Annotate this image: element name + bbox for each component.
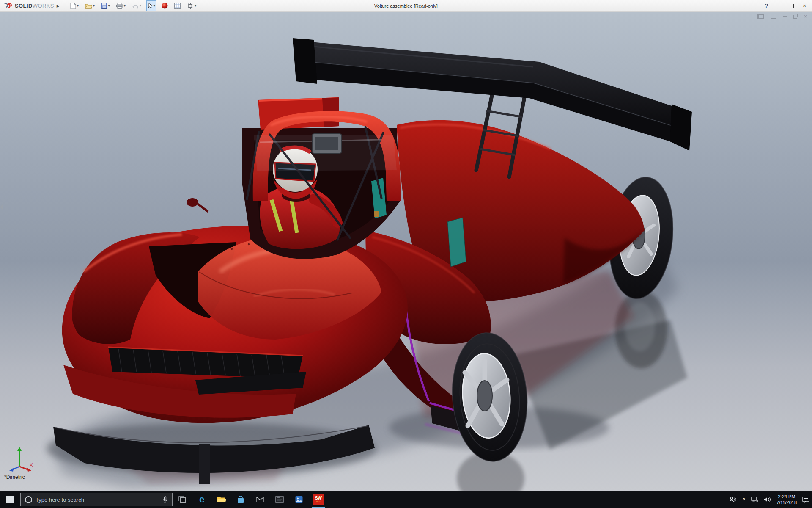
action-center-icon <box>802 497 809 503</box>
taskbar-file-explorer-button[interactable] <box>211 491 231 508</box>
minimize-button[interactable] <box>776 6 782 6</box>
search-placeholder: Type here to search <box>36 497 159 503</box>
document-restore-button[interactable] <box>793 15 797 19</box>
tray-overflow-chevron[interactable]: ^ <box>742 497 746 503</box>
photos-icon <box>295 496 303 503</box>
select-cursor-icon <box>148 3 153 9</box>
solidworks-wordmark: SOLIDWORKS <box>15 3 54 9</box>
solidworks-logo: SOLIDWORKS <box>0 3 54 9</box>
menu-flyout-arrow[interactable]: ▶ <box>57 4 60 8</box>
restore-icon <box>793 15 797 19</box>
dropdown-caret: ▾ <box>124 4 126 8</box>
screen: SOLIDWORKS ▶ ▾ ▾ ▾ <box>0 0 812 508</box>
save-icon <box>101 3 107 9</box>
pane-left-button[interactable] <box>757 14 764 19</box>
help-button[interactable]: ? <box>764 3 769 9</box>
triad-x-label: X <box>30 462 33 467</box>
windows-taskbar: Type here to search e <box>0 491 812 508</box>
close-button[interactable]: × <box>802 3 807 9</box>
people-icon <box>729 497 737 502</box>
minimize-icon <box>783 16 787 17</box>
dropdown-caret: ▾ <box>93 4 95 8</box>
network-button[interactable] <box>751 497 758 502</box>
undo-button[interactable]: ▾ <box>131 0 143 11</box>
mirror-box[interactable] <box>312 134 342 153</box>
undo-icon <box>132 3 139 9</box>
gear-icon <box>187 3 194 9</box>
solidworks-app-icon: SW 2017 <box>313 494 324 505</box>
microphone-icon[interactable] <box>162 496 168 503</box>
search-input[interactable]: Type here to search <box>20 493 173 506</box>
dropdown-caret: ▾ <box>140 4 141 8</box>
taskbar-app-dark-window-button[interactable] <box>270 491 289 508</box>
pane-left-icon <box>757 14 764 19</box>
open-document-button[interactable]: ▾ <box>84 0 96 11</box>
clock-time: 2:24 PM <box>778 494 795 500</box>
new-document-icon <box>70 3 76 9</box>
task-view-icon <box>178 496 187 503</box>
window-controls: ? × <box>764 3 812 9</box>
people-button[interactable] <box>729 497 737 502</box>
speaker-icon <box>764 497 771 502</box>
3ds-logo-icon <box>3 3 14 9</box>
windows-logo-icon <box>6 496 14 503</box>
appearance-ball-icon <box>162 3 168 9</box>
dropdown-caret: ▾ <box>77 4 79 8</box>
file-explorer-icon <box>217 497 225 502</box>
app-titlebar: SOLIDWORKS ▶ ▾ ▾ ▾ <box>0 0 812 12</box>
window-title: Voiture assemblee [Read-only] <box>374 3 438 8</box>
select-tool-button[interactable]: ▾ <box>146 0 156 11</box>
dropdown-caret: ▾ <box>195 4 196 8</box>
pane-bottom-button[interactable] <box>771 14 776 19</box>
table-icon <box>174 3 181 9</box>
restore-icon <box>790 4 794 8</box>
start-button[interactable] <box>0 491 19 508</box>
document-minimize-button[interactable] <box>783 16 787 17</box>
taskbar-mail-button[interactable] <box>250 491 270 508</box>
dark-window-icon <box>275 496 284 503</box>
document-close-button[interactable]: × <box>804 14 807 19</box>
action-center-button[interactable] <box>802 497 809 503</box>
system-tray: ^ 2:24 PM 7/11/2018 <box>729 491 812 508</box>
quick-access-toolbar: ▾ ▾ ▾ ▾ <box>69 0 198 11</box>
design-table-button[interactable] <box>173 0 182 11</box>
featuremanager-collapse-arrow[interactable] <box>0 204 3 210</box>
dropdown-caret: ▾ <box>108 4 110 8</box>
mail-envelope-icon <box>256 497 264 502</box>
taskbar-edge-button[interactable]: e <box>192 491 211 508</box>
store-bag-icon <box>237 496 244 503</box>
graphics-viewport[interactable]: × X *Dimetric <box>0 11 812 491</box>
3d-scene[interactable] <box>0 11 812 491</box>
taskbar-store-button[interactable] <box>231 491 250 508</box>
orientation-triad: X <box>4 445 36 472</box>
edge-icon: e <box>199 495 204 504</box>
clock-date: 7/11/2018 <box>776 500 797 505</box>
cortana-icon <box>25 496 32 503</box>
taskbar-app-photos-button[interactable] <box>289 491 309 508</box>
view-orientation-label: *Dimetric <box>4 474 25 480</box>
open-folder-icon <box>85 3 92 9</box>
appearance-button[interactable] <box>160 0 169 11</box>
maximize-button[interactable] <box>789 4 794 8</box>
document-window-controls: × <box>757 14 807 19</box>
volume-button[interactable] <box>764 497 771 502</box>
dropdown-caret: ▾ <box>154 4 155 8</box>
minimize-icon <box>777 6 781 6</box>
taskbar-solidworks-button[interactable]: SW 2017 <box>309 491 328 508</box>
options-button[interactable]: ▾ <box>186 0 198 11</box>
print-button[interactable]: ▾ <box>115 0 127 11</box>
print-icon <box>116 3 123 9</box>
taskbar-clock[interactable]: 2:24 PM 7/11/2018 <box>776 494 797 505</box>
network-icon <box>751 497 758 502</box>
save-button[interactable]: ▾ <box>100 0 111 11</box>
new-document-button[interactable]: ▾ <box>69 0 80 11</box>
pane-bottom-icon <box>771 14 776 19</box>
teal-door-slot <box>447 218 466 267</box>
task-view-button[interactable] <box>173 491 192 508</box>
